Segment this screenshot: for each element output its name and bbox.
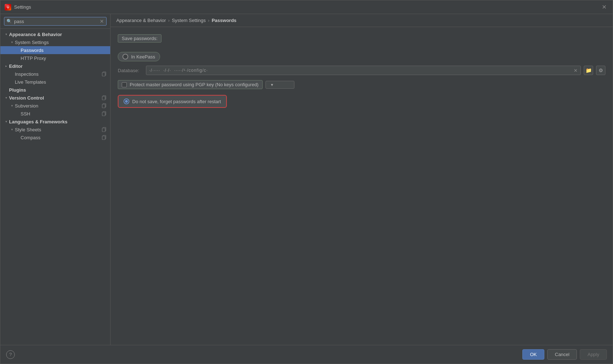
sidebar-item-label: Languages & Frameworks [9, 119, 107, 124]
copy-icon [102, 135, 107, 140]
expand-icon: ▾ [3, 31, 9, 37]
database-folder-button[interactable]: 📁 [584, 66, 593, 75]
sidebar-item-plugins[interactable]: Plugins [0, 86, 110, 94]
sidebar-item-live-templates[interactable]: Live Templates [0, 78, 110, 86]
do-not-save-label: Do not save, forget passwords after rest… [132, 99, 221, 104]
content-area: Appearance & Behavior › System Settings … [111, 14, 613, 345]
folder-icon: 📁 [586, 67, 592, 73]
sidebar-item-label: Plugins [9, 87, 107, 93]
expand-icon [9, 79, 15, 85]
do-not-save-radio[interactable] [124, 98, 129, 104]
sidebar-item-label: Appearance & Behavior [9, 32, 107, 37]
sidebar-item-editor[interactable]: ▸ Editor [0, 62, 110, 70]
sidebar-item-label: Subversion [15, 103, 102, 109]
sidebar-item-passwords[interactable]: Passwords [0, 46, 110, 54]
svg-rect-9 [102, 128, 105, 132]
apply-button[interactable]: Apply [580, 349, 607, 360]
app-icon: U [5, 4, 11, 10]
do-not-save-group: Do not save, forget passwords after rest… [118, 95, 227, 108]
sidebar-item-label: Live Templates [15, 79, 107, 85]
svg-rect-11 [102, 136, 105, 140]
ok-button[interactable]: OK [522, 349, 544, 360]
sidebar-item-label: HTTP Proxy [21, 56, 107, 61]
database-settings-button[interactable]: ⚙ [596, 66, 605, 75]
sidebar-item-label: System Settings [15, 40, 107, 45]
in-keepass-label: In KeePass [131, 54, 155, 60]
main-content: 🔍 ✕ ▾ Appearance & Behavior ▾ System Set… [0, 14, 613, 345]
sidebar-item-label: Style Sheets [15, 127, 102, 132]
breadcrumb-system-settings: System Settings [172, 18, 206, 23]
sidebar-item-languages-frameworks[interactable]: ▾ Languages & Frameworks [0, 118, 110, 126]
sidebar-item-version-control[interactable]: ▾ Version Control [0, 94, 110, 102]
svg-rect-3 [102, 96, 105, 100]
search-input[interactable] [14, 19, 100, 24]
expand-icon: ▾ [9, 103, 15, 109]
sidebar-item-label: Editor [9, 63, 107, 69]
expand-icon: ▾ [3, 95, 9, 101]
in-keepass-group: In KeePass [118, 52, 160, 61]
titlebar: U Settings ✕ [0, 0, 613, 14]
copy-icon [102, 71, 107, 76]
breadcrumb-sep-1: › [168, 18, 169, 23]
protect-pgp-checkbox[interactable] [122, 82, 127, 87]
sidebar: 🔍 ✕ ▾ Appearance & Behavior ▾ System Set… [0, 14, 111, 345]
expand-icon [3, 87, 9, 93]
expand-icon [15, 47, 21, 53]
breadcrumb: Appearance & Behavior › System Settings … [111, 14, 613, 27]
expand-icon: ▾ [9, 39, 15, 45]
cancel-button[interactable]: Cancel [547, 349, 577, 360]
in-keepass-option[interactable]: In KeePass [118, 52, 605, 61]
sidebar-tree: ▾ Appearance & Behavior ▾ System Setting… [0, 29, 110, 345]
settings-dialog: U Settings ✕ 🔍 ✕ ▾ Appearance & Behavior [0, 0, 613, 364]
sidebar-item-label: Inspections [15, 71, 102, 77]
sidebar-item-system-settings[interactable]: ▾ System Settings [0, 38, 110, 46]
do-not-save-option[interactable]: Do not save, forget passwords after rest… [118, 95, 605, 108]
pgp-key-dropdown[interactable]: ▾ [266, 81, 294, 89]
protect-pgp-label: Protect master password using PGP key (N… [130, 82, 259, 87]
sidebar-item-label: Version Control [9, 95, 102, 101]
database-label: Database: [118, 68, 143, 73]
svg-rect-5 [102, 104, 105, 108]
sidebar-item-style-sheets[interactable]: ▾ Style Sheets [0, 126, 110, 133]
database-row: Database: ·/····· ·/·/· ·····/¹·/config/… [118, 66, 605, 75]
search-box: 🔍 ✕ [0, 14, 110, 29]
sidebar-item-label: Compass [21, 135, 102, 140]
breadcrumb-passwords: Passwords [212, 18, 237, 23]
settings-panel: Save passwords: In KeePass Database: ·/·… [111, 27, 613, 345]
sidebar-item-label: Passwords [21, 48, 107, 53]
in-keepass-radio[interactable] [122, 54, 128, 60]
breadcrumb-sep-2: › [208, 18, 210, 23]
search-icon: 🔍 [7, 19, 12, 24]
database-clear-button[interactable]: ✕ [574, 68, 578, 73]
expand-icon: ▾ [9, 127, 15, 132]
dialog-title: Settings [14, 4, 600, 10]
copy-icon [102, 95, 107, 100]
pgp-row: Protect master password using PGP key (N… [118, 80, 605, 89]
expand-icon: ▾ [3, 119, 9, 124]
expand-icon [9, 71, 15, 77]
footer: ? OK Cancel Apply [0, 345, 613, 364]
search-clear-button[interactable]: ✕ [100, 18, 104, 24]
copy-icon [102, 127, 107, 132]
sidebar-item-appearance-behavior[interactable]: ▾ Appearance & Behavior [0, 30, 110, 38]
pgp-group: Protect master password using PGP key (N… [118, 80, 263, 89]
close-button[interactable]: ✕ [600, 3, 608, 12]
sidebar-item-inspections[interactable]: Inspections [0, 70, 110, 78]
search-input-wrapper: 🔍 ✕ [4, 17, 107, 26]
sidebar-item-subversion[interactable]: ▾ Subversion [0, 102, 110, 110]
settings-icon: ⚙ [599, 67, 603, 73]
database-path: ·/····· ·/·/· ·····/¹·/config/c· [149, 68, 571, 73]
breadcrumb-appearance: Appearance & Behavior [116, 18, 166, 23]
sidebar-item-http-proxy[interactable]: HTTP Proxy [0, 54, 110, 62]
copy-icon [102, 103, 107, 108]
save-passwords-row: Save passwords: [118, 34, 605, 48]
help-button[interactable]: ? [6, 350, 15, 359]
footer-right: OK Cancel Apply [522, 349, 607, 360]
sidebar-item-compass[interactable]: Compass [0, 133, 110, 141]
copy-icon [102, 111, 107, 116]
sidebar-item-ssh[interactable]: SSH [0, 110, 110, 118]
expand-icon [15, 111, 21, 117]
database-input-field[interactable]: ·/····· ·/·/· ·····/¹·/config/c· ✕ [146, 66, 581, 75]
svg-rect-7 [102, 112, 105, 116]
footer-left: ? [6, 350, 15, 359]
